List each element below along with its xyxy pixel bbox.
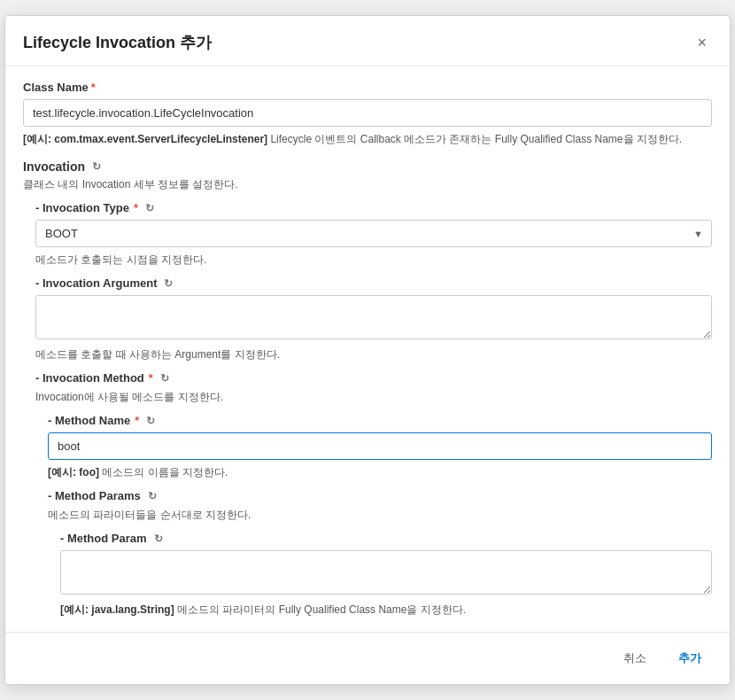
param-refresh-icon[interactable]: ↻ — [154, 533, 163, 545]
method-param-input[interactable] — [60, 550, 712, 595]
invocation-method-label: - Invocation Method* ↻ — [35, 371, 712, 385]
invocation-section-title: Invocation ↻ — [23, 159, 712, 174]
type-required: * — [134, 201, 138, 214]
class-name-input[interactable] — [23, 99, 712, 127]
cancel-button[interactable]: 취소 — [613, 645, 657, 672]
invocation-argument-label: - Invocation Argument ↻ — [35, 276, 712, 290]
method-name-hint: [예시: foo] 메소드의 이름을 지정한다. — [48, 464, 712, 480]
method-desc: Invocation에 사용될 메소드를 지정한다. — [35, 390, 712, 405]
close-button[interactable]: × — [692, 33, 712, 52]
modal-header: Lifecycle Invocation 추가 × — [5, 16, 730, 66]
modal-body: Class Name* [예시: com.tmax.event.ServerLi… — [5, 66, 730, 632]
params-refresh-icon[interactable]: ↻ — [148, 490, 157, 502]
method-param-label: - Method Param ↻ — [60, 532, 712, 545]
invocation-desc: 클래스 내의 Invocation 세부 정보를 설정한다. — [23, 177, 712, 192]
params-desc: 메소드의 파라미터들을 순서대로 지정한다. — [48, 508, 712, 523]
invocation-argument-input[interactable] — [35, 295, 712, 339]
type-refresh-icon[interactable]: ↻ — [145, 202, 154, 214]
lifecycle-invocation-modal: Lifecycle Invocation 추가 × Class Name* [예… — [4, 15, 731, 685]
method-required: * — [149, 371, 153, 385]
argument-refresh-icon[interactable]: ↻ — [164, 277, 173, 290]
invocation-method-section: - Invocation Method* ↻ Invocation에 사용될 메… — [35, 371, 712, 618]
invocation-type-label: - Invocation Type* ↻ — [35, 201, 712, 214]
method-params-section: - Method Params ↻ 메소드의 파라미터들을 순서대로 지정한다.… — [48, 489, 712, 618]
invocation-refresh-icon[interactable]: ↻ — [92, 160, 101, 173]
class-name-section: Class Name* [예시: com.tmax.event.ServerLi… — [23, 81, 712, 147]
type-hint: 메소드가 호출되는 시점을 지정한다. — [35, 252, 712, 268]
argument-hint: 메소드를 호출할 때 사용하는 Argument를 지정한다. — [35, 346, 712, 362]
method-name-refresh-icon[interactable]: ↻ — [146, 415, 155, 427]
invocation-type-section: - Invocation Type* ↻ BOOT SHUTDOWN RELOA… — [35, 201, 712, 268]
class-name-hint: [예시: com.tmax.event.ServerLifecycleLinst… — [23, 131, 712, 147]
method-params-label: - Method Params ↻ — [48, 489, 712, 502]
method-name-input[interactable] — [48, 432, 712, 460]
param-hint: [예시: java.lang.String] 메소드의 파라미터의 Fully … — [60, 602, 712, 618]
invocation-type-wrapper: BOOT SHUTDOWN RELOAD ▼ — [35, 220, 712, 247]
method-name-label: - Method Name* ↻ — [48, 414, 712, 427]
method-param-section: - Method Param ↻ [예시: java.lang.String] … — [60, 532, 712, 618]
invocation-argument-section: - Invocation Argument ↻ 메소드를 호출할 때 사용하는 … — [35, 276, 712, 362]
method-refresh-icon[interactable]: ↻ — [160, 372, 169, 385]
method-name-required: * — [135, 414, 139, 427]
invocation-type-select[interactable]: BOOT SHUTDOWN RELOAD — [35, 220, 712, 247]
class-name-label: Class Name* — [23, 81, 712, 94]
modal-title: Lifecycle Invocation 추가 — [23, 32, 212, 53]
class-name-required: * — [91, 81, 96, 94]
modal-footer: 취소 추가 — [5, 632, 730, 684]
method-name-section: - Method Name* ↻ [예시: foo] 메소드의 이름을 지정한다… — [48, 414, 712, 480]
add-button[interactable]: 추가 — [668, 645, 712, 672]
